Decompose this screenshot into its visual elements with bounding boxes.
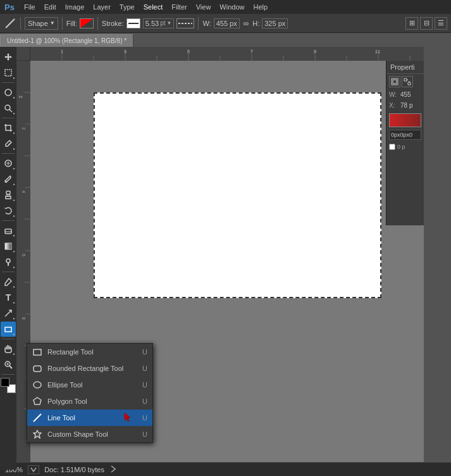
more-options-btn[interactable]: ☰ <box>435 17 447 30</box>
props-corner-value: 0px0px0 <box>389 130 421 140</box>
pen-tool-btn[interactable]: ▸ <box>1 274 16 289</box>
stroke-style-selector[interactable] <box>176 18 194 28</box>
eraser-btn[interactable]: ▸ <box>1 223 16 238</box>
svg-line-5 <box>9 110 12 112</box>
type-tool-btn[interactable]: T ▸ <box>1 290 16 305</box>
brush-tool-btn[interactable]: ▸ <box>1 172 16 187</box>
rounded-rectangle-tool-icon <box>32 363 42 373</box>
width-value[interactable]: 455 px <box>214 18 240 28</box>
cursor-indicator <box>123 411 133 424</box>
props-align-icon[interactable] <box>389 76 400 87</box>
crop-tool-btn[interactable]: ▸ <box>1 120 16 135</box>
color-swatches[interactable] <box>1 378 16 393</box>
distribute-options-btn[interactable]: ⊟ <box>420 17 433 30</box>
toolbar-sep-1 <box>2 82 15 83</box>
toolbar-sep-2 <box>2 118 15 118</box>
svg-rect-66 <box>34 366 41 372</box>
menu-view[interactable]: View <box>192 2 215 12</box>
link-icon: ∞ <box>242 19 250 28</box>
context-menu-polygon[interactable]: Polygon Tool U <box>27 393 152 410</box>
svg-line-69 <box>34 414 41 422</box>
svg-text:1: 1 <box>61 49 63 54</box>
current-tool-icon <box>4 17 16 30</box>
white-canvas[interactable] <box>94 92 381 298</box>
svg-text:7: 7 <box>250 49 253 54</box>
props-width-row: W: 455 <box>386 89 424 100</box>
ruler-corner <box>16 47 30 61</box>
rectangle-tool-icon <box>32 347 42 357</box>
menu-window[interactable]: Window <box>216 2 248 12</box>
foreground-color-swatch[interactable] <box>1 378 9 387</box>
dodge-btn[interactable]: ▸ <box>1 254 16 270</box>
svg-point-3 <box>5 89 11 96</box>
hand-tool-btn[interactable]: ▸ <box>1 341 16 356</box>
context-menu: Rectangle Tool U Rounded Rectangle Tool … <box>27 343 153 443</box>
context-menu-line[interactable]: Line Tool U <box>27 410 152 426</box>
svg-point-17 <box>6 259 10 263</box>
lasso-tool-btn[interactable]: ▸ <box>1 85 16 100</box>
menu-help[interactable]: Help <box>249 2 271 12</box>
stroke-color-swatch[interactable] <box>127 18 140 28</box>
svg-line-21 <box>9 366 12 368</box>
document-tab[interactable]: Untitled-1 @ 100% (Rectangle 1, RGB/8) * <box>0 34 133 47</box>
marquee-tool-btn[interactable]: ▸ <box>1 65 16 80</box>
context-menu-custom-shape[interactable]: Custom Shape Tool U <box>27 426 152 442</box>
svg-point-67 <box>34 382 41 388</box>
props-panel-title: Properti <box>386 61 424 74</box>
props-checkbox[interactable] <box>389 144 395 150</box>
eyedropper-btn[interactable]: ▸ <box>1 136 16 151</box>
menu-select[interactable]: Select <box>140 2 167 12</box>
shape-tool-btn[interactable]: ▸ <box>1 322 16 337</box>
history-brush-btn[interactable]: ▸ <box>1 203 16 218</box>
menu-file[interactable]: File <box>20 2 39 12</box>
status-arrow-btn[interactable] <box>109 465 116 474</box>
props-color-fill[interactable] <box>389 113 421 127</box>
context-menu-rounded-rect[interactable]: Rounded Rectangle Tool U <box>27 360 152 377</box>
toolbar-sep-5 <box>2 272 15 272</box>
context-menu-rectangle[interactable]: Rectangle Tool U <box>27 344 152 360</box>
app-logo: Ps <box>3 0 16 14</box>
svg-marker-68 <box>34 398 41 404</box>
svg-line-0 <box>6 19 15 28</box>
move-tool-btn[interactable] <box>1 49 16 65</box>
align-options-btn[interactable]: ⊞ <box>405 17 418 30</box>
toolbar-sep-6 <box>2 339 15 339</box>
svg-rect-24 <box>30 47 424 61</box>
stamp-tool-btn[interactable]: ▸ <box>1 187 16 203</box>
zoom-arrow-btn[interactable] <box>28 465 39 474</box>
svg-rect-62 <box>393 80 397 84</box>
menu-filter[interactable]: Filter <box>168 2 190 12</box>
svg-rect-13 <box>7 194 9 196</box>
gradient-btn[interactable]: ▸ <box>1 239 16 254</box>
props-width-value: 455 <box>400 91 411 98</box>
menu-layer[interactable]: Layer <box>89 2 114 12</box>
custom-shape-tool-icon <box>32 429 42 439</box>
menu-edit[interactable]: Edit <box>40 2 60 12</box>
svg-rect-65 <box>34 349 41 355</box>
svg-text:3: 3 <box>124 49 127 54</box>
shape-mode-dropdown[interactable]: Shape ▼ <box>25 17 58 30</box>
fill-color-swatch[interactable] <box>80 18 94 28</box>
props-transform-icon[interactable] <box>402 76 413 87</box>
quick-select-btn[interactable]: ▸ <box>1 101 16 116</box>
height-value[interactable]: 325 px <box>262 18 288 28</box>
svg-point-10 <box>5 181 7 183</box>
svg-point-4 <box>5 105 10 110</box>
svg-rect-12 <box>6 196 11 199</box>
options-bar: Shape ▼ Fill: Stroke: 5.53 pt ▼ W: 455 p… <box>0 14 451 33</box>
stroke-width-input[interactable]: 5.53 pt ▼ <box>143 18 175 28</box>
properties-panel: Properti W: 455 X: 78 p 0px0px0 <box>386 61 424 225</box>
menu-type[interactable]: Type <box>116 2 139 12</box>
path-select-btn[interactable]: ▸ <box>1 306 16 321</box>
toolbar-sep-4 <box>2 220 15 221</box>
context-menu-ellipse[interactable]: Ellipse Tool U <box>27 377 152 393</box>
zoom-tool-btn[interactable] <box>1 357 16 372</box>
ellipse-tool-icon <box>32 380 42 390</box>
height-label: H: <box>252 20 259 27</box>
stroke-label: Stroke: <box>102 20 124 27</box>
healing-brush-btn[interactable]: ▸ <box>1 156 16 171</box>
width-label: W: <box>202 20 211 27</box>
svg-text:5: 5 <box>187 49 190 54</box>
doc-size-info: Doc: 1.51M/0 bytes <box>44 466 104 473</box>
menu-image[interactable]: Image <box>61 2 89 12</box>
